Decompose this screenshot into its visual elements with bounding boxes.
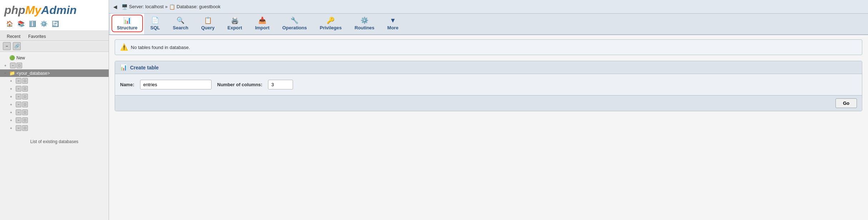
info-icon[interactable]: ℹ️ (28, 19, 37, 28)
tab-recent[interactable]: Recent (3, 32, 24, 40)
databases-icon[interactable]: 📚 (16, 19, 26, 28)
export-label: Export (227, 25, 242, 30)
database-icon: 📋 (169, 4, 175, 10)
export-icon: 🖨️ (231, 16, 239, 24)
sub-icon-1[interactable]: − (16, 78, 21, 84)
sidebar-info: List of existing databases (0, 132, 109, 151)
privileges-label: Privileges (320, 25, 342, 30)
footer-bar: Go (115, 95, 862, 111)
logo-admin: Admin (41, 4, 77, 16)
tab-structure[interactable]: 📊 Structure (110, 14, 144, 34)
operations-icon: 🔧 (291, 16, 298, 24)
sub-item-7[interactable]: +−□ (6, 124, 109, 132)
sub-icon-11[interactable]: − (16, 117, 21, 123)
sub-icon-3[interactable]: − (16, 86, 21, 92)
sub-icon-12[interactable]: □ (22, 117, 28, 123)
tab-query[interactable]: 📋 Query (195, 14, 221, 34)
row-icon-1[interactable]: − (10, 63, 16, 68)
home-icon[interactable]: 🏠 (5, 19, 14, 28)
sub-item-6[interactable]: +−□ (6, 116, 109, 124)
topbar: ◀ 🖥️ Server: localhost » 📋 Database: gue… (109, 0, 868, 14)
sub-item-5[interactable]: +−□ (6, 108, 109, 116)
sub-item-2[interactable]: +−□ (6, 85, 109, 93)
sub-icon-8[interactable]: □ (22, 102, 28, 107)
sub-items: +−□ +−□ +−□ +−□ +−□ +−□ +−□ (0, 77, 109, 132)
sub-item-4[interactable]: +−□ (6, 101, 109, 108)
sub-icon-13[interactable]: − (16, 125, 21, 131)
query-label: Query (201, 25, 215, 30)
database-label: <your_database> (16, 71, 50, 76)
create-table-icon: 📊 (120, 64, 127, 71)
sidebar-tabs: Recent Favorites (0, 31, 109, 41)
import-icon: 📥 (258, 16, 266, 24)
search-label: Search (173, 25, 188, 30)
content-area: ⚠️ No tables found in database. 📊 Create… (109, 35, 868, 220)
create-table-header: 📊 Create table (115, 61, 862, 74)
query-icon: 📋 (204, 16, 212, 24)
main-content: ◀ 🖥️ Server: localhost » 📋 Database: gue… (109, 0, 868, 220)
name-label: Name: (120, 82, 134, 87)
sub-item-3[interactable]: +−□ (6, 93, 109, 101)
sub-icon-6[interactable]: □ (22, 94, 28, 99)
sub-icon-4[interactable]: □ (22, 86, 28, 92)
sidebar-tree: 🟢 New + − □ − 📁 <your_database> +−□ +−□ … (0, 52, 109, 220)
breadcrumb-separator: » (165, 4, 168, 9)
alert-box: ⚠️ No tables found in database. (115, 39, 862, 55)
new-label: New (16, 55, 25, 60)
logo-my: My (25, 4, 41, 16)
tab-favorites[interactable]: Favorites (24, 32, 50, 40)
go-button[interactable]: Go (835, 98, 857, 108)
tab-routines[interactable]: ⚙️ Routines (348, 14, 381, 34)
refresh-icon[interactable]: 🔄 (51, 19, 60, 28)
create-table-panel: 📊 Create table Name: Number of columns: … (115, 61, 862, 111)
create-table-body: Name: Number of columns: (115, 74, 862, 95)
tab-export[interactable]: 🖨️ Export (221, 14, 248, 34)
structure-icon: 📊 (123, 16, 131, 24)
tree-new[interactable]: 🟢 New (0, 54, 109, 62)
more-label: More (387, 25, 398, 30)
tab-sql[interactable]: 📄 SQL (144, 14, 167, 34)
collapse-btn[interactable]: − (3, 42, 11, 50)
server-icon: 🖥️ (121, 4, 128, 10)
server-text: Server: localhost (129, 4, 164, 9)
routines-icon: ⚙️ (361, 16, 368, 24)
tab-operations[interactable]: 🔧 Operations (276, 14, 313, 34)
form-row: Name: Number of columns: (120, 80, 857, 89)
sub-icon-2[interactable]: □ (22, 78, 28, 84)
back-button[interactable]: ◀ (112, 3, 119, 10)
sub-item-1[interactable]: +−□ (6, 77, 109, 85)
logo-php: php (4, 4, 25, 16)
columns-label: Number of columns: (217, 82, 262, 87)
sub-icon-7[interactable]: − (16, 102, 21, 107)
import-label: Import (255, 25, 269, 30)
table-name-input[interactable] (140, 80, 212, 89)
tab-more[interactable]: ▼ More (381, 14, 405, 34)
sidebar: phpMyAdmin 🏠 📚 ℹ️ ⚙️ 🔄 Recent Favorites … (0, 0, 109, 220)
sub-icon-5[interactable]: − (16, 94, 21, 99)
alert-message: No tables found in database. (131, 45, 190, 50)
nav-tabs: 📊 Structure 📄 SQL 🔍 Search 📋 Query 🖨️ Ex… (109, 14, 868, 35)
privileges-icon: 🔑 (327, 16, 334, 24)
database-text: Database: guestbook (177, 4, 220, 9)
sub-icon-9[interactable]: − (16, 109, 21, 115)
sql-icon: 📄 (151, 16, 159, 24)
tab-search[interactable]: 🔍 Search (167, 14, 195, 34)
search-icon: 🔍 (177, 16, 184, 24)
database-icon: 📁 (9, 70, 15, 76)
structure-label: Structure (117, 25, 138, 30)
sub-icon-14[interactable]: □ (22, 125, 28, 131)
tab-import[interactable]: 📥 Import (249, 14, 276, 34)
columns-input[interactable] (268, 80, 293, 89)
tab-privileges[interactable]: 🔑 Privileges (313, 14, 348, 34)
breadcrumb: 🖥️ Server: localhost » 📋 Database: guest… (121, 4, 220, 10)
link-btn[interactable]: 🔗 (13, 42, 21, 50)
new-db-icon: 🟢 (9, 55, 15, 60)
row-icon-2[interactable]: □ (16, 63, 22, 68)
alert-icon: ⚠️ (120, 43, 128, 51)
tree-item-1[interactable]: + − □ (0, 62, 109, 69)
create-table-title: Create table (130, 65, 159, 70)
settings-icon[interactable]: ⚙️ (39, 19, 49, 28)
tree-database[interactable]: − 📁 <your_database> (0, 69, 109, 77)
sub-icon-10[interactable]: □ (22, 109, 28, 115)
sidebar-controls: − 🔗 (0, 41, 109, 52)
